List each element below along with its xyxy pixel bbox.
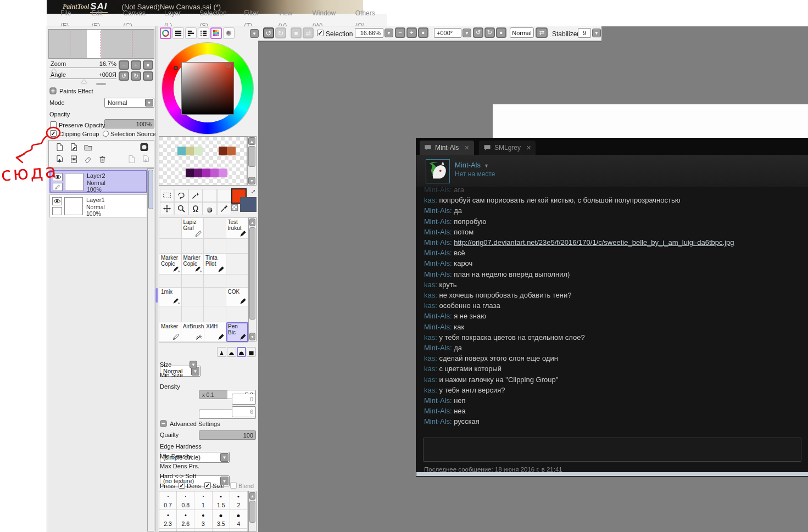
color-swatch[interactable]: [202, 169, 211, 177]
brush-preset-empty[interactable]: [204, 306, 226, 322]
saturation-value-square[interactable]: [181, 62, 234, 115]
brush-shape-strength[interactable]: 0: [232, 394, 256, 405]
swatches-scrollbar[interactable]: [247, 136, 257, 186]
rotate-ccw-button[interactable]: ↺: [473, 27, 483, 38]
nav-rotate-ccw-button[interactable]: ↺: [119, 71, 129, 81]
brush-preset-airbrush[interactable]: AirBrush: [181, 322, 204, 342]
nav-rotate-reset-button[interactable]: ■: [143, 71, 153, 81]
paints-effect-expand-icon[interactable]: [49, 87, 57, 94]
sv-marker[interactable]: [227, 64, 231, 68]
size-preset-2[interactable]: 2: [230, 491, 248, 510]
marquee-tool[interactable]: [160, 189, 174, 202]
chevron-down-icon[interactable]: ▼: [484, 163, 489, 169]
redo-button[interactable]: ↻: [275, 27, 286, 38]
press-dens-checkbox[interactable]: [179, 482, 185, 489]
layers-scrollbar[interactable]: [147, 169, 154, 531]
nav-zoom-out-button[interactable]: −: [119, 60, 129, 70]
avatar[interactable]: [426, 159, 450, 183]
tool-slot-empty[interactable]: [203, 189, 217, 202]
nav-angle-slider-handle[interactable]: [81, 80, 87, 83]
mask-paste-button[interactable]: [141, 154, 151, 164]
brush-preset-empty[interactable]: [182, 288, 204, 306]
brush-tip-flat[interactable]: [237, 347, 246, 357]
layer-mode-select[interactable]: Normal: [104, 98, 154, 108]
close-tab-icon[interactable]: ✕: [464, 144, 469, 152]
nav-zoom-reset-button[interactable]: ■: [143, 60, 153, 70]
angle-dropdown[interactable]: [462, 29, 471, 37]
brush-preset-empty[interactable]: [159, 306, 182, 322]
color-swatch[interactable]: [177, 147, 186, 155]
background-color-swatch[interactable]: [240, 197, 257, 212]
size-preset-3[interactable]: 3: [194, 510, 212, 529]
nav-zoom-slider[interactable]: [49, 68, 116, 68]
new-layer-button[interactable]: [54, 142, 65, 152]
size-preset-0.7[interactable]: 0.7: [159, 491, 177, 510]
chat-message-text[interactable]: http://orig07.deviantart.net/23e5/f/2016…: [454, 238, 734, 247]
chat-message-list[interactable]: Mint-Als: агаkas: попробуй сам порисоват…: [424, 184, 803, 438]
size-preset[interactable]: [194, 529, 212, 532]
layer-visibility-eye-icon[interactable]: [52, 197, 62, 205]
chat-window[interactable]: Mint-Als ✕ SMLgrey ✕ Mint-Als▼ Нет на ме…: [416, 138, 808, 476]
close-tab-icon[interactable]: ✕: [526, 144, 531, 152]
merge-down-button[interactable]: [69, 154, 79, 164]
brush-preset-empty[interactable]: [182, 275, 204, 288]
size-preset[interactable]: [230, 529, 248, 532]
size-preset-1[interactable]: 1: [194, 491, 212, 510]
color-swatch[interactable]: [194, 147, 203, 155]
delete-layer-button[interactable]: [97, 154, 108, 164]
preserve-opacity-checkbox[interactable]: [50, 121, 57, 128]
stabilizer-dropdown[interactable]: [592, 29, 601, 37]
color-swatch[interactable]: [219, 169, 227, 177]
hand-tool[interactable]: [203, 202, 217, 215]
panel-grip[interactable]: [96, 83, 106, 85]
brush-preset-empty[interactable]: [226, 306, 249, 322]
brush-preset-empty[interactable]: [159, 218, 182, 239]
layer-visibility-eye-icon[interactable]: [53, 173, 63, 181]
clipping-group-checkbox[interactable]: [50, 130, 57, 137]
size-preset[interactable]: [159, 529, 177, 532]
hue-marker[interactable]: [174, 66, 178, 70]
zoom-in-button[interactable]: +: [406, 27, 417, 38]
density-slider[interactable]: 100: [199, 430, 256, 440]
clear-layer-button[interactable]: [83, 154, 93, 164]
nav-rotate-cw-button[interactable]: ↻: [131, 71, 141, 81]
brush-preset-empty[interactable]: [226, 275, 249, 288]
flip-canvas-button[interactable]: ⇄: [536, 27, 548, 38]
brush-tip-square[interactable]: [247, 347, 256, 357]
paint-mode-button[interactable]: Normal: [510, 27, 534, 38]
color-swatch[interactable]: [194, 169, 203, 177]
rotate-tool[interactable]: [188, 202, 203, 215]
zoom-tool[interactable]: [174, 202, 188, 215]
size-unit-dropdown[interactable]: [190, 361, 197, 368]
swatch-grid-tab[interactable]: [210, 27, 222, 39]
selection-source-radio[interactable]: [103, 131, 109, 137]
brush-preset-empty[interactable]: [204, 218, 226, 239]
chat-user-name[interactable]: Mint-Als▼: [455, 161, 489, 169]
zoom-value-field[interactable]: 16.66%: [355, 28, 383, 38]
brush-preset-empty[interactable]: [204, 239, 226, 254]
brush-tip-sharp[interactable]: [217, 347, 226, 357]
brush-preset-empty[interactable]: [204, 288, 226, 306]
angle-value-field[interactable]: +000°: [434, 28, 461, 38]
advanced-settings-collapse-icon[interactable]: [160, 420, 167, 427]
lasso-tool[interactable]: [174, 189, 188, 202]
brush-preset-marker-copic[interactable]: Marker Copic: [182, 254, 204, 275]
magic-wand-tool[interactable]: [188, 189, 203, 202]
brush-preset-empty[interactable]: [159, 239, 182, 254]
transfer-down-button[interactable]: [54, 154, 65, 164]
mask-copy-button[interactable]: [126, 154, 137, 164]
brush-preset-empty[interactable]: [159, 275, 182, 288]
layer-row-layer2[interactable]: Layer2Normal100%: [49, 170, 147, 193]
brush-preset-empty[interactable]: [226, 239, 249, 254]
color-swatch[interactable]: [219, 147, 227, 155]
brush-preset-хин[interactable]: ХИН: [204, 322, 226, 342]
rgb-sliders-tab[interactable]: [172, 27, 184, 39]
size-preset-3.5[interactable]: 3.5: [213, 510, 230, 529]
size-preset-1.5[interactable]: 1.5: [213, 491, 230, 510]
rotate-cw-button[interactable]: ↻: [484, 27, 495, 38]
color-swatch[interactable]: [210, 169, 219, 177]
scratchpad-tab[interactable]: [223, 27, 235, 39]
new-layer-set-button[interactable]: [83, 142, 93, 152]
color-wheel-tab[interactable]: [160, 27, 171, 39]
size-preset-2.6[interactable]: 2.6: [177, 510, 194, 529]
